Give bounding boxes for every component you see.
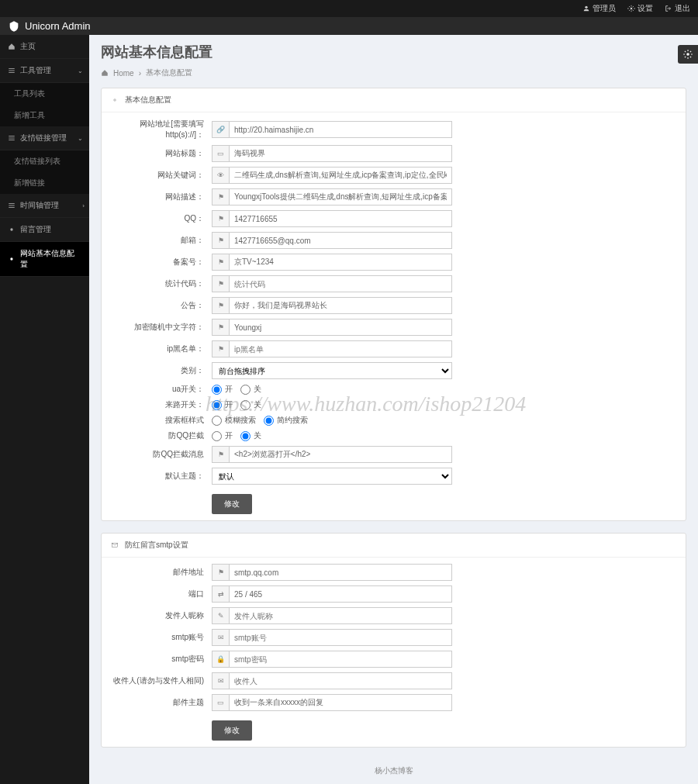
topbar-settings[interactable]: 设置 xyxy=(627,3,653,14)
list-icon xyxy=(8,202,16,209)
label-ua: ua开关： xyxy=(111,384,212,395)
qqblock-off-radio[interactable] xyxy=(240,431,251,441)
referer-off-radio[interactable] xyxy=(240,400,251,410)
mailaddr-input[interactable] xyxy=(229,564,452,581)
sidebar-timeline[interactable]: 时间轴管理 › xyxy=(0,194,89,218)
flag-icon: ⚑ xyxy=(212,210,229,227)
home-icon xyxy=(101,69,109,77)
sendernick-input[interactable] xyxy=(229,607,452,624)
panel-header: 基本信息配置 xyxy=(102,88,686,112)
label-qqblock: 防QQ拦截 xyxy=(111,430,212,441)
label-ipblack: ip黑名单： xyxy=(111,344,212,354)
sidebar-tools-add[interactable]: 新增工具 xyxy=(0,105,89,126)
shield-icon xyxy=(8,20,20,33)
sidebar-links[interactable]: 友情链接管理 ⌄ xyxy=(0,126,89,150)
svg-point-1 xyxy=(631,8,633,10)
keywords-input[interactable] xyxy=(229,167,452,184)
mail-icon: ✉ xyxy=(212,629,229,646)
email-input[interactable] xyxy=(229,232,452,249)
flag-icon: ⚑ xyxy=(212,188,229,205)
chevron-down-icon: ⌄ xyxy=(78,135,83,142)
qqblockmsg-input[interactable] xyxy=(229,446,452,463)
sidebar-msg[interactable]: 留言管理 xyxy=(0,218,89,242)
sidebar-siteinfo[interactable]: 网站基本信息配置 xyxy=(0,242,89,277)
label-smtppwd: smtp密码 xyxy=(111,654,212,665)
flag-icon: ⚑ xyxy=(212,319,229,336)
sidebar-links-list[interactable]: 友情链接列表 xyxy=(0,150,89,172)
flag-icon: ⚑ xyxy=(212,297,229,314)
flag-icon: ⚑ xyxy=(212,446,229,463)
flag-icon: ⚑ xyxy=(212,564,229,581)
mailsubject-input[interactable] xyxy=(229,694,452,711)
url-icon: 🔗 xyxy=(212,121,229,138)
footer: 杨小杰博客 xyxy=(101,759,686,782)
gear-icon xyxy=(8,255,16,263)
svg-point-2 xyxy=(10,228,12,230)
label-mailsubject: 邮件主题 xyxy=(111,697,212,708)
chevron-down-icon: ⌄ xyxy=(78,67,83,74)
flag-icon: ⚑ xyxy=(212,340,229,357)
gear-icon xyxy=(682,49,693,60)
desc-input[interactable] xyxy=(229,188,452,205)
search-fuzzy-radio[interactable] xyxy=(212,416,222,426)
panel-header-2: 防红留言smtp设置 xyxy=(102,534,686,558)
port-input[interactable] xyxy=(229,585,452,603)
search-simple-radio[interactable] xyxy=(264,416,274,426)
submit-button-2[interactable]: 修改 xyxy=(212,720,252,741)
url-input[interactable] xyxy=(229,121,452,138)
label-qqblockmsg: 防QQ拦截消息 xyxy=(111,449,212,460)
gear-icon xyxy=(627,5,635,12)
gear-icon xyxy=(8,226,16,233)
svg-point-0 xyxy=(585,6,587,9)
sidebar-links-add[interactable]: 新增链接 xyxy=(0,172,89,194)
label-beian: 备案号： xyxy=(111,257,212,268)
category-select[interactable]: 前台拖拽排序 xyxy=(212,362,452,379)
panel-smtp: 防红留言smtp设置 邮件地址⚑ 端口⇄ 发件人昵称✎ smtp账号✉ smtp… xyxy=(101,533,686,748)
qq-input[interactable] xyxy=(229,210,452,227)
breadcrumb-home[interactable]: Home xyxy=(113,69,134,78)
tag-icon: ▭ xyxy=(212,694,229,711)
title-input[interactable] xyxy=(229,145,452,162)
logo[interactable]: Unicorn Admin xyxy=(8,20,91,33)
label-theme: 默认主题： xyxy=(111,471,212,482)
notice-input[interactable] xyxy=(229,297,452,314)
mail-icon xyxy=(111,541,119,549)
topbar-logout[interactable]: 退出 xyxy=(665,3,690,14)
label-keywords: 网站关键词： xyxy=(111,170,212,181)
referer-on-radio[interactable] xyxy=(212,400,222,410)
edit-icon: ✎ xyxy=(212,607,229,624)
submit-button-1[interactable]: 修改 xyxy=(212,494,252,514)
sidebar: 主页 工具管理 ⌄ 工具列表 新增工具 友情链接管理 ⌄ 友情链接列表 新增链接… xyxy=(0,35,89,784)
headerbar: Unicorn Admin xyxy=(0,17,698,35)
receiver-input[interactable] xyxy=(229,672,452,689)
mail-icon: ✉ xyxy=(212,672,229,689)
page-title: 网站基本信息配置 xyxy=(101,43,686,61)
ua-on-radio[interactable] xyxy=(212,385,222,395)
sidebar-home[interactable]: 主页 xyxy=(0,35,89,59)
encrypt-input[interactable] xyxy=(229,319,452,336)
tongji-input[interactable] xyxy=(229,275,452,292)
random-icon: ⇄ xyxy=(212,585,229,603)
label-receiver: 收件人(请勿与发件人相同) xyxy=(111,675,212,686)
svg-point-6 xyxy=(686,53,689,56)
ua-off-radio[interactable] xyxy=(240,385,251,395)
main-content: https://www.huzhan.com/ishop21204 网站基本信息… xyxy=(89,35,698,784)
settings-tab[interactable] xyxy=(678,45,698,64)
label-desc: 网站描述： xyxy=(111,192,212,202)
label-category: 类别： xyxy=(111,365,212,376)
smtppwd-input[interactable] xyxy=(229,651,452,668)
sidebar-tools-list[interactable]: 工具列表 xyxy=(0,83,89,105)
topbar-admin[interactable]: 管理员 xyxy=(582,3,616,14)
chevron-right-icon: › xyxy=(82,202,85,209)
flag-icon: ⚑ xyxy=(212,254,229,271)
eye-icon: 👁 xyxy=(212,167,229,184)
label-smtpaccount: smtp账号 xyxy=(111,632,212,643)
qqblock-on-radio[interactable] xyxy=(212,431,222,441)
ipblack-input[interactable] xyxy=(229,340,452,357)
sidebar-tools[interactable]: 工具管理 ⌄ xyxy=(0,59,89,83)
label-email: 邮箱： xyxy=(111,235,212,246)
theme-select[interactable]: 默认 xyxy=(212,468,452,485)
flag-icon: ⚑ xyxy=(212,232,229,249)
beian-input[interactable] xyxy=(229,254,452,271)
smtpaccount-input[interactable] xyxy=(229,629,452,646)
